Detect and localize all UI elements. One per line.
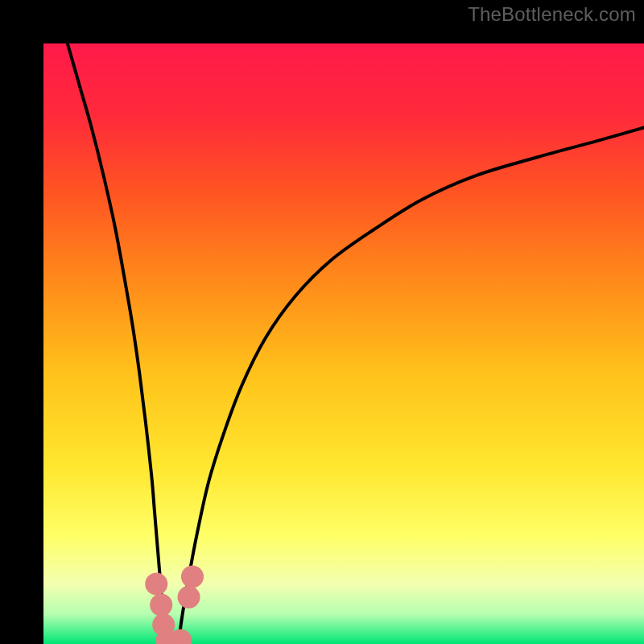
watermark-label: TheBottleneck.com (468, 3, 636, 26)
data-marker (150, 594, 172, 617)
data-marker (181, 565, 204, 588)
chart-frame (0, 0, 644, 644)
chart-svg (43, 43, 644, 644)
chart-plot-area (43, 43, 644, 644)
gradient-background (43, 43, 644, 644)
data-marker (145, 572, 167, 595)
data-marker (178, 586, 200, 609)
